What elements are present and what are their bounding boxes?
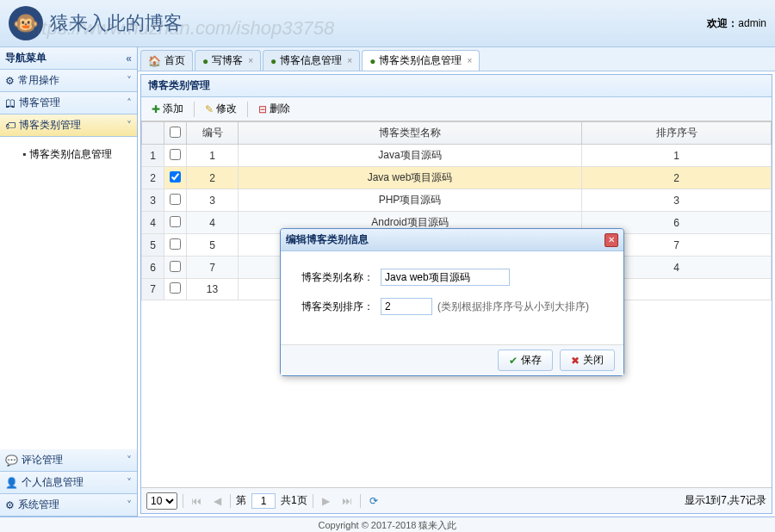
- close-icon[interactable]: ×: [248, 56, 253, 65]
- tab-blog-info[interactable]: ●博客信息管理×: [263, 50, 360, 71]
- row-number: 1: [142, 145, 164, 167]
- select-all-checkbox[interactable]: [170, 127, 181, 138]
- sidebar-item-comments[interactable]: 💬 评论管理 ˅: [0, 449, 137, 472]
- page-size-select[interactable]: 10: [146, 492, 177, 510]
- tab-strip: 🏠首页 ●写博客× ●博客信息管理× ●博客类别信息管理×: [138, 47, 775, 71]
- close-icon[interactable]: ×: [347, 56, 352, 65]
- col-id[interactable]: 编号: [187, 122, 239, 145]
- tab-category-info[interactable]: ●博客类别信息管理×: [362, 50, 480, 71]
- save-button[interactable]: ✔保存: [498, 350, 553, 371]
- row-number: 5: [142, 234, 164, 257]
- panel-title: 博客类别管理: [141, 75, 772, 97]
- logo-icon: [9, 6, 43, 40]
- table-row[interactable]: 3 3 PHP项目源码 3: [142, 189, 772, 212]
- order-hint: (类别根据排序序号从小到大排序): [437, 300, 589, 314]
- cell-order: 1: [582, 145, 772, 167]
- cell-order: 2: [582, 167, 772, 189]
- pager-info: 显示1到7,共7记录: [685, 493, 766, 508]
- pencil-icon: ✎: [205, 103, 214, 115]
- book-icon: 🕮: [5, 97, 16, 109]
- check-icon: ✔: [509, 355, 518, 367]
- sidebar-item-common[interactable]: ⚙ 常用操作 ˅: [0, 70, 137, 92]
- plus-icon: ✚: [152, 103, 160, 115]
- cell-name: Java项目源码: [239, 145, 582, 167]
- home-icon: 🏠: [148, 55, 161, 67]
- col-order[interactable]: 排序序号: [582, 122, 772, 145]
- cell-name: PHP项目源码: [239, 189, 582, 212]
- cell-order: 3: [582, 189, 772, 212]
- cell-id: 2: [187, 167, 239, 189]
- first-page-button[interactable]: ⏮: [189, 493, 204, 509]
- cell-id: 7: [187, 257, 239, 279]
- order-label: 博客类别排序：: [301, 300, 375, 314]
- gear-icon: ⚙: [5, 499, 15, 511]
- sidebar-item-blog[interactable]: 🕮 博客管理 ˄: [0, 92, 137, 114]
- next-page-button[interactable]: ▶: [319, 493, 334, 509]
- chevron-down-icon: ˅: [127, 75, 132, 87]
- order-input[interactable]: [381, 298, 432, 315]
- dot-icon: ●: [270, 55, 276, 67]
- name-label: 博客类别名称：: [301, 270, 375, 285]
- sidebar-item-category[interactable]: 🏷 博客类别管理 ˅: [0, 114, 137, 137]
- name-input[interactable]: [381, 269, 510, 286]
- cell-name: Java web项目源码: [239, 167, 582, 189]
- row-checkbox[interactable]: [170, 261, 181, 272]
- user-icon: 👤: [5, 477, 18, 489]
- chevron-down-icon: ˅: [127, 477, 132, 489]
- app-title: 猿来入此的博客: [50, 10, 183, 36]
- edit-button[interactable]: ✎修改: [200, 100, 242, 118]
- chevron-down-icon: ˅: [127, 455, 132, 467]
- row-number: 4: [142, 212, 164, 234]
- minus-icon: ⊟: [258, 103, 267, 115]
- pager: 10 ⏮ ◀ 第 共1页 ▶ ⏭ ⟳ 显示1到7,共7记录: [141, 487, 772, 513]
- sidebar-item-system[interactable]: ⚙ 系统管理 ˅: [0, 494, 137, 517]
- add-button[interactable]: ✚添加: [146, 100, 189, 118]
- tree-node-category-info[interactable]: 博客类别信息管理: [7, 144, 130, 165]
- tab-home[interactable]: 🏠首页: [140, 50, 193, 71]
- footer: Copyright © 2017-2018 猿来入此: [0, 517, 775, 532]
- collapse-icon[interactable]: «: [126, 53, 132, 65]
- close-button[interactable]: ✖关闭: [560, 350, 615, 371]
- row-number: 7: [142, 279, 164, 300]
- dot-icon: ●: [369, 55, 375, 67]
- row-number: 6: [142, 257, 164, 279]
- app-header: 猿来入此的博客 欢迎：admin: [0, 0, 775, 47]
- row-checkbox[interactable]: [170, 216, 181, 227]
- dialog-title: 编辑博客类别信息: [286, 232, 369, 247]
- col-checkbox[interactable]: [164, 122, 187, 145]
- row-checkbox[interactable]: [170, 238, 181, 250]
- row-number: 2: [142, 167, 164, 189]
- dot-icon: ●: [202, 55, 208, 67]
- table-row[interactable]: 1 1 Java项目源码 1: [142, 145, 772, 167]
- page-input[interactable]: [251, 493, 276, 509]
- sidebar-item-profile[interactable]: 👤 个人信息管理 ˅: [0, 472, 137, 494]
- refresh-button[interactable]: ⟳: [366, 493, 381, 509]
- delete-button[interactable]: ⊟删除: [253, 100, 295, 118]
- row-checkbox[interactable]: [170, 171, 181, 182]
- nav-sidebar: 导航菜单 « ⚙ 常用操作 ˅ 🕮 博客管理 ˄ 🏷 博客类别管理 ˅ 博客类别…: [0, 47, 138, 517]
- close-icon[interactable]: ×: [467, 56, 472, 65]
- sidebar-title: 导航菜单 «: [0, 47, 137, 70]
- x-icon: ✖: [571, 355, 580, 367]
- row-number: 3: [142, 189, 164, 212]
- tab-write[interactable]: ●写博客×: [195, 50, 261, 71]
- last-page-button[interactable]: ⏭: [339, 493, 355, 509]
- cell-id: 13: [187, 279, 239, 300]
- cell-id: 4: [187, 212, 239, 234]
- chevron-down-icon: ˅: [127, 499, 132, 511]
- prev-page-button[interactable]: ◀: [209, 493, 225, 509]
- row-checkbox[interactable]: [170, 149, 181, 160]
- tag-icon: 🏷: [5, 120, 16, 132]
- dialog-close-button[interactable]: ✕: [604, 233, 618, 247]
- cell-id: 5: [187, 234, 239, 257]
- col-name[interactable]: 博客类型名称: [239, 122, 582, 145]
- gear-icon: ⚙: [5, 75, 15, 87]
- chevron-up-icon: ˄: [127, 97, 132, 109]
- comment-icon: 💬: [5, 455, 18, 467]
- row-checkbox[interactable]: [170, 194, 181, 205]
- chevron-down-icon: ˅: [127, 120, 132, 132]
- table-row[interactable]: 2 2 Java web项目源码 2: [142, 167, 772, 189]
- row-checkbox[interactable]: [170, 282, 181, 294]
- edit-dialog: 编辑博客类别信息 ✕ 博客类别名称： 博客类别排序： (类别根据排序序号从小到大…: [280, 228, 624, 376]
- col-rownum: [142, 122, 164, 145]
